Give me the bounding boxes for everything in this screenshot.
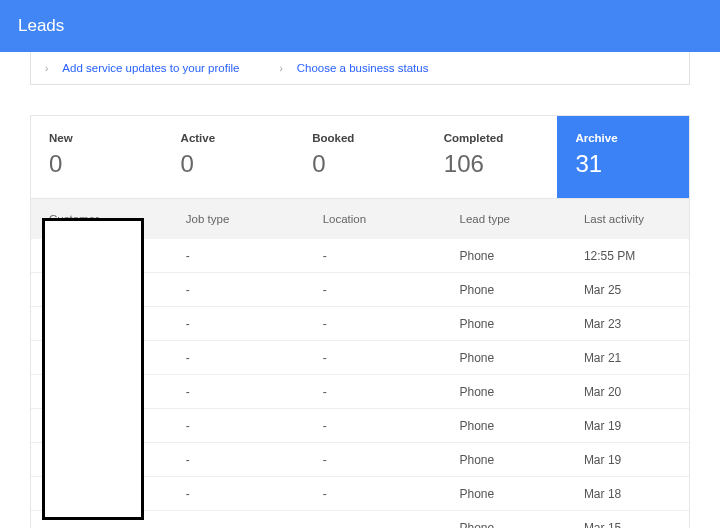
tab-active[interactable]: Active 0 <box>163 116 295 198</box>
cell-activity: Mar 25 <box>584 283 671 297</box>
cell-activity: Mar 19 <box>584 419 671 433</box>
chevron-right-icon: › <box>279 63 282 74</box>
tab-label: Archive <box>575 132 671 144</box>
col-header-jobtype: Job type <box>186 213 323 225</box>
notice-label: Add service updates to your profile <box>62 62 239 74</box>
cell-location: - <box>323 487 460 501</box>
tab-value: 0 <box>312 150 408 178</box>
col-header-activity: Last activity <box>584 213 671 225</box>
cell-jobtype: - <box>186 317 323 331</box>
cell-location: - <box>323 317 460 331</box>
cell-activity: Mar 19 <box>584 453 671 467</box>
page-header: Leads <box>0 0 720 52</box>
cell-location: - <box>323 385 460 399</box>
cell-jobtype: - <box>186 487 323 501</box>
notice-link-service-updates[interactable]: › Add service updates to your profile <box>45 62 239 74</box>
cell-location: - <box>323 521 460 529</box>
cell-leadtype: Phone <box>459 487 583 501</box>
cell-activity: 12:55 PM <box>584 249 671 263</box>
tab-archive[interactable]: Archive 31 <box>557 116 689 198</box>
tab-value: 31 <box>575 150 671 178</box>
cell-location: - <box>323 453 460 467</box>
cell-jobtype: - <box>186 419 323 433</box>
cell-leadtype: Phone <box>459 385 583 399</box>
cell-activity: Mar 20 <box>584 385 671 399</box>
cell-leadtype: Phone <box>459 419 583 433</box>
cell-leadtype: Phone <box>459 249 583 263</box>
tab-label: Completed <box>444 132 540 144</box>
col-header-location: Location <box>323 213 460 225</box>
cell-activity: Mar 23 <box>584 317 671 331</box>
cell-jobtype: - <box>186 351 323 365</box>
cell-leadtype: Phone <box>459 351 583 365</box>
cell-activity: Mar 18 <box>584 487 671 501</box>
notice-label: Choose a business status <box>297 62 429 74</box>
tab-new[interactable]: New 0 <box>31 116 163 198</box>
cell-leadtype: Phone <box>459 317 583 331</box>
cell-leadtype: Phone <box>459 521 583 529</box>
cell-jobtype: - <box>186 521 323 529</box>
cell-location: - <box>323 351 460 365</box>
tab-value: 0 <box>49 150 145 178</box>
cell-location: - <box>323 283 460 297</box>
notice-link-business-status[interactable]: › Choose a business status <box>279 62 428 74</box>
tab-label: Booked <box>312 132 408 144</box>
tab-booked[interactable]: Booked 0 <box>294 116 426 198</box>
cell-jobtype: - <box>186 249 323 263</box>
cell-jobtype: - <box>186 385 323 399</box>
col-header-leadtype: Lead type <box>459 213 583 225</box>
page-title: Leads <box>18 16 64 35</box>
cell-activity: Mar 21 <box>584 351 671 365</box>
tab-value: 0 <box>181 150 277 178</box>
cell-activity: Mar 15 <box>584 521 671 529</box>
cell-jobtype: - <box>186 283 323 297</box>
redacted-region <box>42 218 144 520</box>
cell-leadtype: Phone <box>459 453 583 467</box>
cell-jobtype: - <box>186 453 323 467</box>
tab-completed[interactable]: Completed 106 <box>426 116 558 198</box>
cell-location: - <box>323 419 460 433</box>
cell-leadtype: Phone <box>459 283 583 297</box>
cell-location: - <box>323 249 460 263</box>
status-tabs: New 0 Active 0 Booked 0 Completed 106 Ar… <box>30 115 690 199</box>
notice-bar: › Add service updates to your profile › … <box>30 52 690 85</box>
tab-label: Active <box>181 132 277 144</box>
tab-value: 106 <box>444 150 540 178</box>
chevron-right-icon: › <box>45 63 48 74</box>
tab-label: New <box>49 132 145 144</box>
